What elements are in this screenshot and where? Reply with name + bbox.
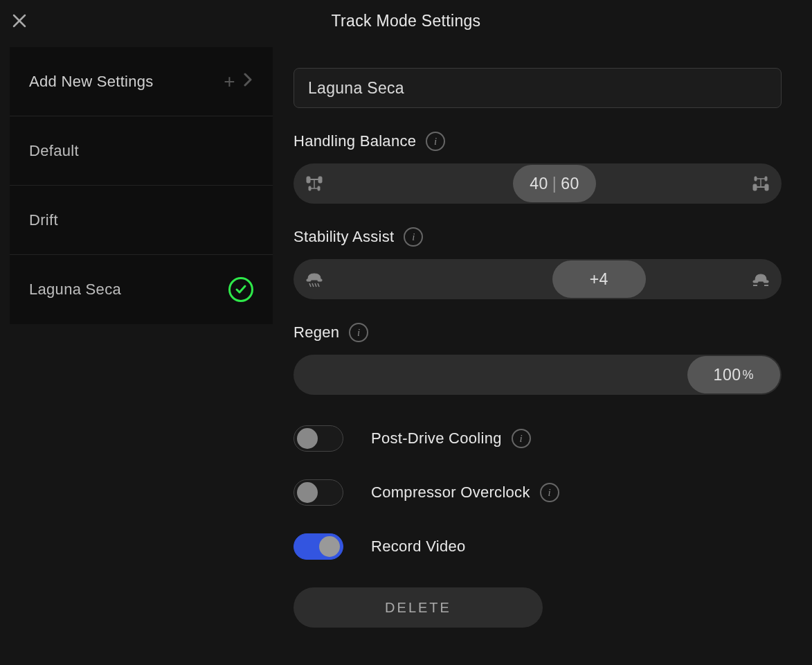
info-icon[interactable]: i <box>540 483 559 502</box>
rear-axle-icon <box>751 174 770 193</box>
page-title: Track Mode Settings <box>332 12 481 30</box>
post-drive-cooling-label: Post-Drive Cooling <box>371 429 502 447</box>
stability-max-icon <box>751 269 770 289</box>
svg-rect-9 <box>755 177 757 181</box>
profile-item-laguna-seca[interactable]: Laguna Seca <box>10 255 273 324</box>
stability-assist-section: Stability Assist i +4 <box>294 227 782 299</box>
info-icon[interactable]: i <box>426 132 445 151</box>
info-icon[interactable]: i <box>349 323 368 342</box>
info-icon[interactable]: i <box>512 429 531 448</box>
svg-rect-5 <box>318 186 320 190</box>
front-axle-icon <box>305 174 324 193</box>
stability-thumb[interactable]: +4 <box>552 260 646 298</box>
post-drive-cooling-row: Post-Drive Cooling i <box>294 425 782 452</box>
svg-rect-18 <box>753 281 758 283</box>
svg-rect-16 <box>307 279 311 281</box>
regen-section: Regen i 100% <box>294 323 782 395</box>
compressor-overclock-label: Compressor Overclock <box>371 484 530 502</box>
compressor-overclock-toggle[interactable] <box>294 479 343 506</box>
close-button[interactable] <box>11 12 28 29</box>
svg-rect-10 <box>765 177 767 181</box>
active-check-icon <box>228 277 253 302</box>
regen-thumb[interactable]: 100% <box>687 356 780 393</box>
profile-item-drift[interactable]: Drift <box>10 186 273 255</box>
regen-label: Regen <box>294 323 339 342</box>
profile-name-input[interactable] <box>294 68 782 108</box>
svg-rect-17 <box>318 279 322 281</box>
stability-label: Stability Assist <box>294 228 394 246</box>
stability-value: +4 <box>590 270 608 289</box>
profile-label: Laguna Seca <box>29 281 121 299</box>
post-drive-cooling-toggle[interactable] <box>294 425 343 452</box>
handling-balance-slider[interactable]: 40 | 60 <box>294 163 782 204</box>
compressor-overclock-row: Compressor Overclock i <box>294 479 782 506</box>
regen-unit: % <box>742 368 754 382</box>
stability-min-icon <box>305 269 324 289</box>
profile-label: Default <box>29 142 79 160</box>
chevron-right-icon <box>242 73 253 91</box>
close-icon <box>11 12 28 29</box>
profile-label: Drift <box>29 211 58 229</box>
handling-rear-value: 60 <box>561 175 579 193</box>
svg-rect-19 <box>764 281 768 283</box>
handling-balance-section: Handling Balance i 40 | 60 <box>294 132 782 204</box>
record-video-row: Record Video <box>294 533 782 560</box>
settings-form: Handling Balance i 40 | 60 Stability As <box>273 47 802 628</box>
handling-label: Handling Balance <box>294 132 416 150</box>
delete-label: DELETE <box>385 600 451 616</box>
svg-rect-2 <box>307 177 310 183</box>
svg-rect-11 <box>753 184 757 190</box>
stability-assist-slider[interactable]: +4 <box>294 259 782 299</box>
regen-slider[interactable]: 100% <box>294 355 782 395</box>
add-label: Add New Settings <box>29 73 154 91</box>
add-new-settings-item[interactable]: Add New Settings + <box>10 47 273 116</box>
svg-rect-3 <box>318 177 322 183</box>
profile-item-default[interactable]: Default <box>10 116 273 186</box>
svg-rect-4 <box>309 186 311 190</box>
handling-front-value: 40 <box>530 175 548 193</box>
handling-thumb[interactable]: 40 | 60 <box>513 165 596 202</box>
header: Track Mode Settings <box>0 0 812 42</box>
record-video-toggle[interactable] <box>294 533 343 560</box>
plus-icon: + <box>224 72 235 91</box>
divider: | <box>552 175 557 193</box>
delete-button[interactable]: DELETE <box>294 587 543 628</box>
profile-sidebar: Add New Settings + Default Drift Laguna … <box>10 47 273 628</box>
svg-rect-12 <box>765 184 768 190</box>
regen-value: 100 <box>714 366 741 384</box>
info-icon[interactable]: i <box>404 227 423 247</box>
record-video-label: Record Video <box>371 538 466 556</box>
